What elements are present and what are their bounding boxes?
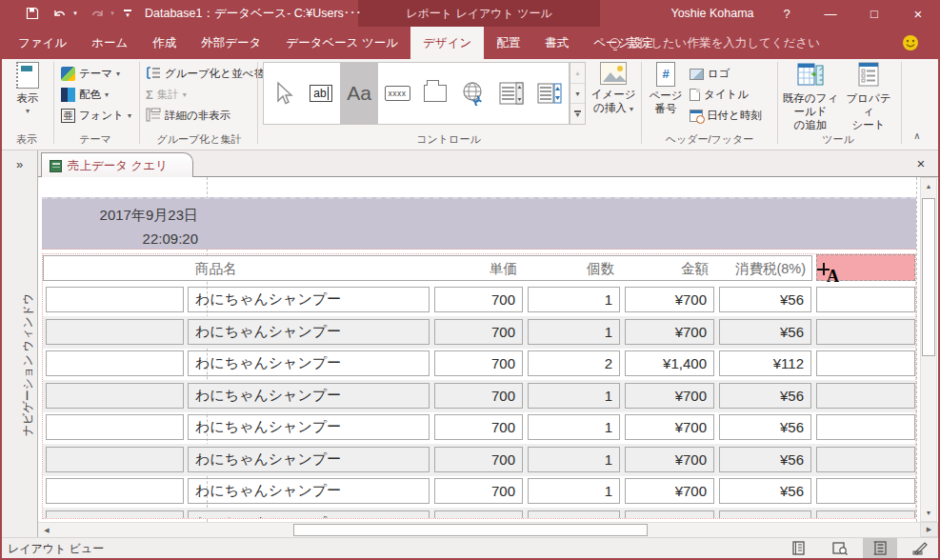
cell-empty[interactable] [816, 478, 915, 504]
customize-quick-access-icon[interactable]: ▾ [120, 0, 135, 27]
gallery-down-icon[interactable]: ▼ [570, 84, 585, 105]
cell-qty[interactable]: 1 [528, 287, 620, 312]
cell-product[interactable]: わにちゃんシャンプー [188, 319, 430, 345]
ribbon-tab-1[interactable]: ホーム [79, 27, 140, 59]
column-header-product[interactable]: 商品名 [189, 260, 424, 278]
cell-tax[interactable]: ¥56 [719, 478, 811, 504]
textbox-control[interactable]: ab​ [302, 63, 340, 124]
cell-qty[interactable]: 1 [528, 447, 620, 472]
column-header-tax[interactable]: 消費税(8%) [720, 260, 806, 278]
cell-empty[interactable] [816, 414, 915, 440]
cell-qty[interactable]: 1 [528, 510, 620, 520]
cell-amount[interactable]: ¥700 [625, 383, 714, 409]
scroll-down-icon[interactable]: ▼ [921, 505, 936, 520]
cell-amount[interactable]: ¥700 [625, 287, 714, 312]
ribbon-tab-4[interactable]: データベース ツール [273, 27, 410, 59]
minimize-button[interactable]: — [811, 0, 850, 27]
column-header-row[interactable]: 商品名単価個数金額消費税(8%) [43, 255, 812, 281]
listbox-control[interactable] [492, 63, 530, 124]
cell-tax[interactable]: ¥56 [719, 383, 811, 409]
horizontal-scroll-thumb[interactable] [293, 524, 648, 536]
expand-nav-pane-icon[interactable]: » [2, 154, 37, 173]
page-number-button[interactable]: # ページ 番号 [647, 62, 685, 129]
report-date[interactable]: 2017年9月23日 [63, 203, 198, 227]
column-header-amount[interactable]: 金額 [626, 260, 709, 278]
cell-amount[interactable]: ¥700 [625, 447, 714, 472]
insert-image-button[interactable]: イメージ の挿入 ▾ [590, 62, 636, 129]
document-tab[interactable]: 売上データ クエリ [41, 152, 193, 178]
cell-amount[interactable]: ¥700 [625, 510, 714, 520]
report-time[interactable]: 22:09:20 [63, 227, 198, 250]
cell-product[interactable]: わにちゃんシャンプー [188, 383, 430, 409]
cell-product[interactable]: わにちゃんシャンプー [188, 350, 430, 376]
cell-unit_price[interactable]: 700 [434, 447, 523, 472]
navigation-pane-collapsed[interactable]: » ナビゲーション ウィンドウ [2, 150, 38, 537]
cell-empty[interactable] [46, 350, 184, 376]
gallery-more-icon[interactable]: ▼ [570, 104, 585, 124]
print-preview-button[interactable] [823, 538, 857, 558]
cell-qty[interactable]: 2 [528, 350, 620, 376]
cell-unit_price[interactable]: 700 [434, 287, 523, 312]
cell-amount[interactable]: ¥700 [625, 414, 714, 440]
hyperlink-control[interactable] [454, 63, 492, 124]
vertical-scrollbar[interactable]: ▲ ▼ [920, 177, 937, 522]
undo-dropdown-icon[interactable]: ▾ [70, 0, 80, 27]
feedback-smiley-icon[interactable] [902, 34, 919, 55]
cell-empty[interactable] [46, 447, 184, 472]
account-name[interactable]: Yoshie Kohama [667, 0, 758, 27]
maximize-button[interactable]: □ [855, 0, 893, 27]
document-close-icon[interactable]: × [911, 153, 930, 172]
select-control[interactable] [264, 63, 302, 124]
table-row[interactable]: わにちゃんシャンプー7001¥700¥56 [43, 411, 915, 444]
report-layout-canvas[interactable]: 2017年9月23日 22:09:20 商品名単価個数金額消費税(8%) わにち… [38, 177, 920, 522]
ribbon-tab-6[interactable]: 配置 [484, 27, 532, 59]
cell-empty[interactable] [46, 414, 184, 440]
themes-button[interactable]: テーマ▾ [61, 64, 120, 84]
undo-icon[interactable] [48, 0, 70, 27]
horizontal-scrollbar[interactable]: ◀ [38, 522, 920, 537]
cell-product[interactable]: わにちゃんシャンプー [188, 510, 430, 520]
view-button[interactable]: 表示 ▾ [8, 62, 48, 129]
scroll-right-icon[interactable]: ▶ [920, 522, 938, 537]
scroll-up-icon[interactable]: ▲ [921, 178, 936, 193]
scroll-left-icon[interactable]: ◀ [39, 524, 54, 536]
table-row[interactable]: わにちゃんシャンプー7002¥1,400¥112 [43, 348, 915, 380]
property-sheet-button[interactable]: プロパティ シート [844, 62, 893, 129]
cell-amount[interactable]: ¥700 [625, 478, 714, 504]
column-header-unit_price[interactable]: 単価 [435, 260, 517, 278]
cell-amount[interactable]: ¥700 [625, 319, 714, 345]
ribbon-tab-3[interactable]: 外部データ [189, 27, 273, 59]
hide-details-button[interactable]: 詳細の非表示 [146, 106, 230, 126]
logo-button[interactable]: ロゴ [690, 64, 730, 84]
ribbon-tab-7[interactable]: 書式 [532, 27, 581, 59]
colors-button[interactable]: 配色▾ [61, 85, 109, 105]
table-row[interactable]: わにちゃんシャンプー7001¥700¥56 [43, 475, 915, 508]
cell-empty[interactable] [816, 383, 915, 409]
cell-unit_price[interactable]: 700 [434, 350, 523, 376]
ribbon-tab-2[interactable]: 作成 [140, 27, 189, 59]
cell-empty[interactable] [46, 383, 184, 409]
date-time-button[interactable]: 日付と時刻 [690, 106, 762, 126]
help-button[interactable]: ? [770, 0, 804, 27]
table-row[interactable]: わにちゃんシャンプー7001¥700¥56 [43, 316, 915, 349]
cell-amount[interactable]: ¥1,400 [625, 350, 714, 376]
cell-product[interactable]: わにちゃんシャンプー [188, 414, 430, 440]
cell-product[interactable]: わにちゃんシャンプー [188, 478, 430, 504]
layout-view-button[interactable] [863, 538, 897, 558]
vertical-scroll-thumb[interactable] [922, 198, 935, 356]
cell-tax[interactable]: ¥112 [719, 350, 811, 376]
table-row[interactable]: わにちゃんシャンプー7001¥700¥56 [43, 380, 915, 412]
table-row[interactable]: わにちゃんシャンプー7001¥700¥56 [43, 284, 915, 316]
close-button[interactable]: × [899, 0, 937, 27]
column-header-qty[interactable]: 個数 [529, 260, 614, 278]
cell-empty[interactable] [46, 478, 184, 504]
cell-empty[interactable] [46, 287, 184, 312]
report-view-button[interactable] [781, 538, 815, 558]
tab-control[interactable] [416, 63, 454, 124]
title-button[interactable]: タイトル [690, 85, 749, 105]
cell-qty[interactable]: 1 [528, 319, 620, 345]
cell-empty[interactable] [816, 510, 915, 520]
report-date-time[interactable]: 2017年9月23日 22:09:20 [63, 203, 198, 250]
ribbon-tab-5[interactable]: デザイン [410, 27, 484, 59]
fonts-button[interactable]: 亜 フォント▾ [61, 106, 131, 126]
